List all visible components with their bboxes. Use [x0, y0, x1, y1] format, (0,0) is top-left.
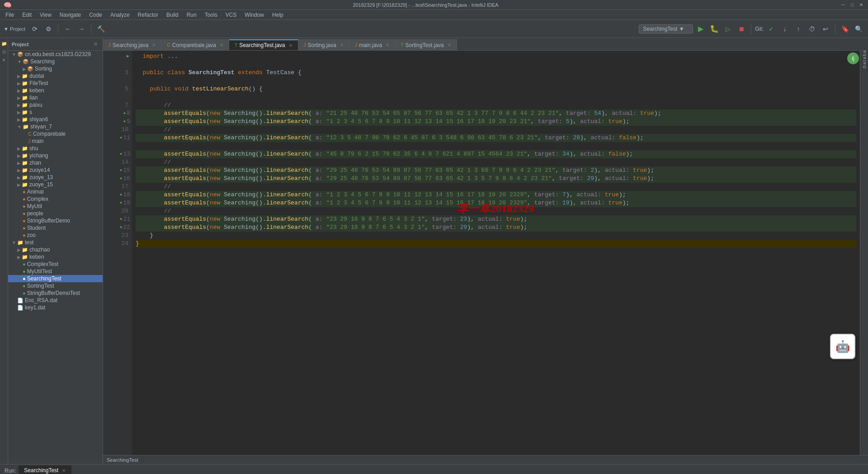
sidebar-item-key1[interactable]: 📄 key1.dat [8, 304, 103, 311]
expand-arrow[interactable]: ▶ [17, 103, 21, 108]
sidebar-item-keben[interactable]: ▶ 📁 keben [8, 87, 103, 94]
git-check-btn[interactable]: ✓ [765, 23, 777, 35]
toolbar-forward-btn[interactable]: → [75, 23, 87, 35]
menu-analyze[interactable]: Analyze [107, 11, 133, 19]
tab-close-btn[interactable]: ✕ [220, 43, 223, 47]
tab-main-java[interactable]: J main.java ✕ [349, 39, 395, 50]
database-icon[interactable]: Database [861, 52, 868, 60]
minimize-button[interactable]: ─ [840, 2, 846, 8]
expand-arrow[interactable]: ▶ [23, 66, 26, 71]
sidebar-item-searching[interactable]: ▼ 📦 Searching [8, 58, 103, 65]
sidebar-item-chazhao[interactable]: ▶ 📁 chazhao [8, 246, 103, 253]
menu-help[interactable]: Help [269, 11, 287, 19]
expand-arrow[interactable]: ▶ [17, 182, 21, 187]
expand-arrow[interactable]: ▶ [17, 168, 21, 173]
tab-close-btn[interactable]: ✕ [289, 43, 292, 48]
sidebar-item-sorting[interactable]: ▶ 📦 Sorting [8, 65, 103, 72]
menu-tools[interactable]: Tools [201, 11, 221, 19]
expand-arrow[interactable]: ▶ [17, 110, 21, 115]
sidebar-item-shu[interactable]: ▶ 📁 shu [8, 145, 103, 152]
git-push-btn[interactable]: ↑ [793, 23, 804, 35]
tab-close-btn[interactable]: ✕ [386, 43, 389, 47]
sidebar-item-zuoye13[interactable]: ▶ 📁 zuoye_13 [8, 174, 103, 181]
expand-arrow[interactable]: ▶ [17, 88, 21, 93]
sidebar-item-filetest[interactable]: ▶ 📁 FileTest [8, 80, 103, 87]
menu-navigate[interactable]: Navigate [56, 11, 85, 19]
code-editor[interactable]: import ... public class SearchingTest ex… [132, 51, 860, 455]
debug-button[interactable]: 🐛 [708, 23, 720, 35]
expand-arrow[interactable]: ▼ [17, 59, 22, 64]
sidebar-item-sortingtest[interactable]: ● SortingTest [8, 282, 103, 289]
tab-close-btn[interactable]: ✕ [448, 43, 451, 47]
toolbar-back-btn[interactable]: ← [62, 23, 74, 35]
sidebar-item-people[interactable]: ● people [8, 210, 103, 217]
toolbar-bookmark-btn[interactable]: 🔖 [839, 23, 851, 35]
menu-run[interactable]: Run [183, 11, 200, 19]
sidebar-settings-icon[interactable]: ⚙ [92, 41, 99, 48]
menu-edit[interactable]: Edit [19, 11, 35, 19]
sidebar-item-paixu[interactable]: ▶ 📁 paixu [8, 101, 103, 109]
sidebar-item-myutiltest[interactable]: ● MyUtilTest [8, 268, 103, 275]
close-button[interactable]: ✕ [858, 2, 864, 8]
tab-close-btn[interactable]: ✕ [152, 43, 156, 47]
sidebar-item-test-folder[interactable]: ▼ 📁 test [8, 239, 103, 246]
sidebar-item-duotai[interactable]: ▶ 📁 duotai [8, 72, 103, 80]
menu-file[interactable]: File [2, 11, 18, 19]
git-history-btn[interactable]: ⏱ [806, 23, 818, 35]
favorites-icon[interactable]: ★ [0, 56, 8, 63]
run-coverage-btn[interactable]: ▷ [722, 23, 734, 35]
sidebar-item-keben2[interactable]: ▶ 📁 keben [8, 253, 103, 261]
menu-window[interactable]: Window [241, 11, 268, 19]
toolbar-settings-btn[interactable]: ⚙ [42, 23, 54, 35]
sidebar-item-searchingtest[interactable]: ● SearchingTest [8, 275, 103, 282]
expand-arrow[interactable]: ▶ [17, 175, 21, 180]
expand-arrow[interactable]: ▶ [17, 81, 21, 86]
sidebar-item-animal[interactable]: ● Animal [8, 188, 103, 195]
toolbar-undo-btn[interactable]: ↩ [820, 23, 831, 35]
sidebar-item-yichang[interactable]: ▶ 📁 yichang [8, 152, 103, 159]
expand-arrow[interactable]: ▶ [17, 95, 21, 100]
tab-sortingtest-java[interactable]: T SortingTest.java ✕ [395, 39, 457, 50]
run-config-selector[interactable]: SearchingTest ▼ [639, 24, 693, 33]
sidebar-item-cn-edu[interactable]: ▼ 📦 cn.edu.besti.cs1823.G2329 [8, 51, 103, 58]
tab-comparebale-java[interactable]: C Comparebale.java ✕ [161, 39, 229, 50]
sidebar-item-enc-rsa[interactable]: 📄 Enc_RSA.dat [8, 297, 103, 304]
expand-arrow[interactable]: ▶ [17, 153, 21, 158]
structure-icon[interactable]: ⊞ [0, 48, 8, 55]
menu-code[interactable]: Code [85, 11, 106, 19]
toolbar-search-everywhere-btn[interactable]: 🔍 [853, 23, 864, 35]
menu-build[interactable]: Build [163, 11, 182, 19]
expand-arrow[interactable]: ▶ [17, 117, 21, 122]
run-button[interactable]: ▶ [695, 23, 707, 35]
sidebar-item-zoo[interactable]: ● zoo [8, 232, 103, 239]
tab-close-icon[interactable]: ✕ [62, 468, 66, 473]
sidebar-item-zhan[interactable]: ▶ 📁 zhan [8, 159, 103, 166]
sidebar-item-stringbufferdemotest[interactable]: ● StringBufferDemoTest [8, 289, 103, 297]
toolbar-build-btn[interactable]: 🔨 [95, 23, 107, 35]
sidebar-item-stringbufferdemo[interactable]: ● StringBufferDemo [8, 217, 103, 224]
sidebar-item-zuoye15[interactable]: ▶ 📁 zuoye_15 [8, 181, 103, 188]
sidebar-item-shiyan6[interactable]: ▶ 📁 shiyan6 [8, 116, 103, 123]
sidebar-item-myutil[interactable]: ● MyUtil [8, 203, 103, 210]
expand-arrow[interactable]: ▶ [17, 74, 21, 79]
expand-arrow[interactable]: ▶ [17, 247, 21, 252]
expand-arrow[interactable]: ▶ [17, 255, 21, 260]
git-update-btn[interactable]: ↓ [779, 23, 791, 35]
intellij-notification-icon[interactable]: ij [847, 52, 859, 64]
tab-searchingtest-java[interactable]: T SearchingTest.java ✕ [229, 39, 298, 50]
sidebar-item-zuoye14[interactable]: ▶ 📁 zuoye14 [8, 166, 103, 174]
tab-sorting-java[interactable]: J Sorting.java ✕ [298, 39, 349, 50]
tab-run-searchingtest[interactable]: SearchingTest ✕ [19, 465, 71, 474]
tab-close-btn[interactable]: ✕ [340, 43, 344, 47]
sidebar-item-comparebale[interactable]: C Comparebale [8, 130, 103, 137]
sidebar-item-main[interactable]: J main [8, 137, 103, 145]
tab-searching-java[interactable]: J Searching.java ✕ [103, 39, 161, 50]
menu-vcs[interactable]: VCS [222, 11, 241, 19]
expand-arrow[interactable]: ▼ [12, 240, 16, 245]
expand-arrow[interactable]: ▼ [17, 124, 22, 129]
sidebar-item-lian[interactable]: ▶ 📁 lian [8, 94, 103, 101]
sidebar-item-shiyan7[interactable]: ▼ 📁 shiyan_7 [8, 123, 103, 130]
sidebar-item-s[interactable]: ▶ 📁 s [8, 109, 103, 116]
sidebar-item-complex[interactable]: ● Complex [8, 195, 103, 203]
menu-view[interactable]: View [36, 11, 55, 19]
